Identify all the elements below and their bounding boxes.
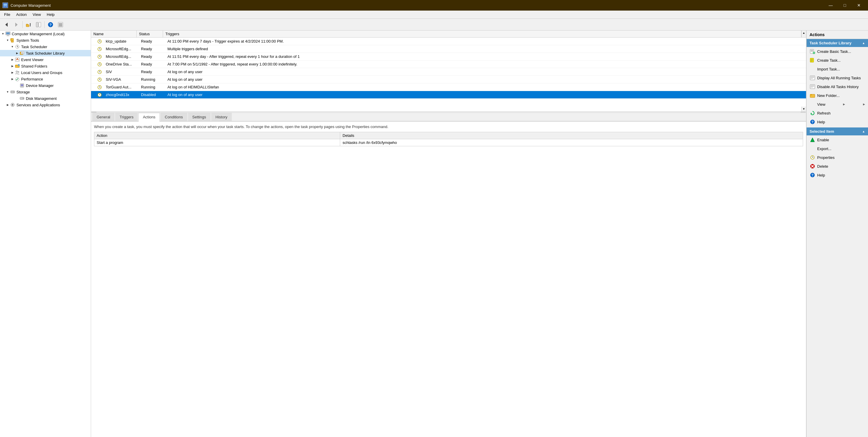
tab-conditions[interactable]: Conditions bbox=[160, 113, 187, 121]
header-triggers[interactable]: Triggers bbox=[163, 31, 801, 37]
tab-history[interactable]: History bbox=[211, 113, 232, 121]
menu-file[interactable]: File bbox=[1, 12, 13, 17]
task-row[interactable]: SIV-VGA Running At log on of any user bbox=[91, 76, 806, 84]
task-triggers: At 7:00 PM on 5/1/1992 - After triggered… bbox=[165, 61, 806, 67]
list-scroll-down[interactable]: ▼ bbox=[801, 106, 806, 111]
horizontal-scrollbar: ◀ ▶ bbox=[91, 111, 806, 113]
action-properties[interactable]: Properties bbox=[807, 153, 868, 162]
table-row[interactable]: Start a program schtasks /run /tn 6x93cf… bbox=[94, 139, 803, 146]
hscroll-right-button[interactable]: ▶ bbox=[801, 112, 805, 113]
tree-label-device-manager: Device Manager bbox=[26, 84, 54, 88]
back-button[interactable] bbox=[2, 20, 11, 29]
action-export[interactable]: Export... bbox=[807, 144, 868, 153]
task-row[interactable]: OneDrive Sta... Ready At 7:00 PM on 5/1/… bbox=[91, 61, 806, 68]
action-display-running-tasks[interactable]: Display All Running Tasks bbox=[807, 73, 868, 82]
tree-item-device-manager[interactable]: ▶ Device Manager bbox=[0, 82, 91, 89]
task-row[interactable]: MicrosoftEdg... Ready Multiple triggers … bbox=[91, 45, 806, 53]
tree-item-storage[interactable]: ▼ Storage bbox=[0, 89, 91, 95]
folder-up-button[interactable] bbox=[24, 20, 33, 29]
task-row-selected[interactable]: zhocg0ndi13x Disabled At log on of any u… bbox=[91, 91, 806, 99]
import-task-label: Import Task... bbox=[817, 67, 840, 71]
tree-label-task-scheduler: Task Scheduler bbox=[21, 44, 47, 49]
svg-rect-25 bbox=[11, 41, 13, 42]
import-task-icon bbox=[810, 66, 815, 72]
svg-rect-39 bbox=[15, 65, 17, 66]
action-disable-history[interactable]: Disable All Tasks History bbox=[807, 82, 868, 91]
tree-item-task-scheduler-library[interactable]: ▶ Task Scheduler Library bbox=[0, 50, 91, 56]
menu-help[interactable]: Help bbox=[44, 12, 58, 17]
action-refresh[interactable]: Refresh bbox=[807, 109, 868, 118]
expand-icon-event-viewer: ▶ bbox=[10, 57, 15, 62]
tab-triggers[interactable]: Triggers bbox=[115, 113, 138, 121]
tab-settings[interactable]: Settings bbox=[188, 113, 211, 121]
hscroll-thumb[interactable] bbox=[273, 113, 484, 113]
menu-action[interactable]: Action bbox=[13, 12, 30, 17]
action-create-task[interactable]: Create Task... bbox=[807, 56, 868, 65]
create-basic-task-label: Create Basic Task... bbox=[817, 49, 851, 54]
tree-item-local-users-groups[interactable]: ▶ Local Users and Groups bbox=[0, 69, 91, 76]
expand-icon: ▼ bbox=[1, 31, 5, 36]
action-create-basic-task[interactable]: Create Basic Task... bbox=[807, 47, 868, 56]
tab-general[interactable]: General bbox=[92, 113, 115, 121]
show-hide-console-button[interactable] bbox=[34, 20, 43, 29]
action-new-folder[interactable]: New Folder... bbox=[807, 91, 868, 100]
create-basic-task-icon bbox=[810, 49, 815, 54]
tree-item-event-viewer[interactable]: ▶ Event Viewer bbox=[0, 56, 91, 63]
main-layout: ▼ Computer Management (Local) ▼ bbox=[0, 31, 868, 437]
task-row[interactable]: MicrosoftEdg... Ready At 11:51 PM every … bbox=[91, 53, 806, 61]
properties-icon bbox=[810, 154, 815, 160]
tree-item-performance[interactable]: ▶ Performance bbox=[0, 76, 91, 82]
action-help-bottom[interactable]: ? Help bbox=[807, 170, 868, 180]
tab-actions[interactable]: Actions bbox=[138, 113, 160, 122]
svg-rect-24 bbox=[10, 39, 12, 39]
task-scheduler-library-section-header[interactable]: Task Scheduler Library ▲ bbox=[807, 39, 868, 47]
maximize-button[interactable]: □ bbox=[838, 1, 851, 9]
tree-label-local-users-groups: Local Users and Groups bbox=[21, 70, 62, 75]
window-controls: — □ ✕ bbox=[824, 1, 866, 9]
task-row[interactable]: TorGuard Aut... Running At log on of HEI… bbox=[91, 84, 806, 91]
task-row[interactable]: klcp_update Ready At 11:00 PM every 7 da… bbox=[91, 38, 806, 45]
tree-item-task-scheduler[interactable]: ▼ Task Scheduler bbox=[0, 43, 91, 50]
action-import-task[interactable]: Import Task... bbox=[807, 65, 868, 73]
svg-point-49 bbox=[13, 92, 14, 93]
help-toolbar-button[interactable]: ? bbox=[46, 20, 55, 29]
svg-rect-47 bbox=[21, 86, 23, 87]
tree-item-computer-management[interactable]: ▼ Computer Management (Local) bbox=[0, 31, 91, 37]
svg-marker-8 bbox=[30, 23, 31, 24]
task-list-header: Name Status Triggers ▲ bbox=[91, 31, 806, 38]
hscroll-left-button[interactable]: ◀ bbox=[92, 112, 96, 113]
menu-bar: File Action View Help bbox=[0, 10, 868, 19]
tree-item-shared-folders[interactable]: ▶ Shared Folders bbox=[0, 63, 91, 69]
tree-label-performance: Performance bbox=[21, 77, 43, 81]
action-delete[interactable]: Delete bbox=[807, 162, 868, 170]
storage-icon bbox=[10, 89, 15, 95]
collapse-arrow-selected-item: ▲ bbox=[862, 130, 865, 133]
help-top-icon: ? bbox=[810, 119, 815, 125]
tree-item-services-applications[interactable]: ▶ Services and Applications bbox=[0, 102, 91, 108]
svg-point-86 bbox=[99, 95, 100, 95]
action-enable[interactable]: Enable bbox=[807, 135, 868, 144]
task-status: Running bbox=[138, 76, 165, 82]
tree-item-system-tools[interactable]: ▼ System Tools bbox=[0, 37, 91, 43]
tree-label-task-scheduler-library: Task Scheduler Library bbox=[26, 51, 65, 56]
menu-view[interactable]: View bbox=[30, 12, 44, 17]
action-view[interactable]: View ▶ bbox=[807, 100, 868, 109]
task-clock-icon-selected bbox=[97, 92, 102, 97]
header-status[interactable]: Status bbox=[136, 31, 163, 37]
header-name[interactable]: Name bbox=[91, 31, 136, 37]
disk-management-icon bbox=[20, 96, 25, 101]
export-toolbar-button[interactable] bbox=[56, 20, 65, 29]
close-button[interactable]: ✕ bbox=[852, 1, 866, 9]
minimize-button[interactable]: — bbox=[824, 1, 837, 9]
task-triggers: At log on of any user bbox=[165, 69, 806, 74]
task-row[interactable]: SIV Ready At log on of any user bbox=[91, 68, 806, 76]
refresh-icon bbox=[810, 110, 815, 116]
action-help-top[interactable]: ? Help bbox=[807, 118, 868, 126]
tree-item-disk-management[interactable]: ▶ Disk Management bbox=[0, 95, 91, 102]
forward-button[interactable] bbox=[12, 20, 21, 29]
actions-table: Action Details Start a program schtasks … bbox=[94, 132, 803, 146]
list-scroll-up[interactable]: ▲ bbox=[802, 31, 806, 35]
task-name-selected: zhocg0ndi13x bbox=[103, 92, 138, 97]
selected-item-section-header[interactable]: Selected Item ▲ bbox=[807, 127, 868, 135]
task-triggers: Multiple triggers defined bbox=[165, 46, 806, 52]
